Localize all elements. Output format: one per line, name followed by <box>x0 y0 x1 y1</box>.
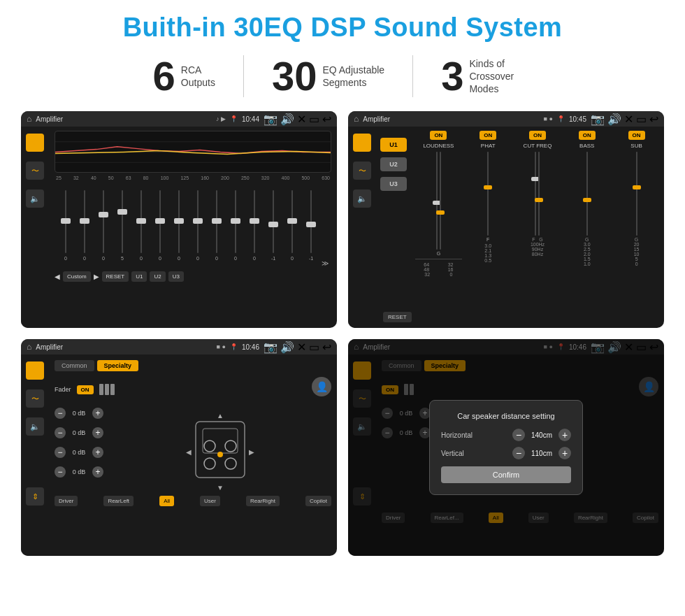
slider-1[interactable]: 0 <box>57 183 74 267</box>
dialog-overlay: Car speaker distance setting Horizontal … <box>348 339 664 556</box>
next-preset-btn[interactable]: ▶ <box>94 273 99 280</box>
cutfreq-on-btn[interactable]: ON <box>529 131 546 140</box>
freq-80: 80 <box>143 176 149 180</box>
expand-icon[interactable]: ≫ <box>322 259 329 267</box>
freq-100: 100 <box>161 176 169 180</box>
home-icon-3[interactable]: ⌂ <box>27 342 31 352</box>
u-buttons-group: U1 U2 U3 <box>376 134 411 328</box>
slider-3[interactable]: 0 <box>95 183 112 267</box>
rearright-btn[interactable]: RearRight <box>246 496 280 506</box>
arrows-icon-3[interactable]: ⇕ <box>26 487 44 506</box>
eq-icon-3[interactable]: ⚙ <box>26 361 44 380</box>
prev-preset-btn[interactable]: ◀ <box>55 273 60 280</box>
horizontal-minus-btn[interactable]: − <box>512 429 525 441</box>
slider-14[interactable]: -1 <box>303 183 319 267</box>
ch3-minus[interactable]: − <box>55 447 66 458</box>
svg-point-8 <box>225 458 236 469</box>
stat-label-rca: RCAOutputs <box>181 64 215 89</box>
speaker-icon-2[interactable]: 🔈 <box>353 189 371 208</box>
minimize-icon-3[interactable]: ▭ <box>309 341 319 354</box>
speaker-icon-3[interactable]: 🔈 <box>26 417 44 436</box>
ch4-plus[interactable]: + <box>92 466 103 478</box>
u3-btn[interactable]: U3 <box>168 271 184 282</box>
sub-label: SUB <box>630 143 642 149</box>
phat-on-btn[interactable]: ON <box>480 131 496 140</box>
reset-btn-label[interactable]: RESET <box>383 312 412 322</box>
vertical-plus-btn[interactable]: + <box>558 447 571 459</box>
eq-icon-2[interactable]: ⚙ <box>353 134 371 152</box>
ch1-minus[interactable]: − <box>55 408 66 419</box>
ch4-minus[interactable]: − <box>55 466 66 478</box>
screen-eq: ⌂ Amplifier ♪ ▶ 📍 10:44 📷 🔊 ✕ ▭ ↩ ⚙ 〜 🔈 <box>21 111 337 328</box>
dialog-title: Car speaker distance setting <box>441 412 571 420</box>
horizontal-plus-btn[interactable]: + <box>558 429 571 441</box>
speaker-icon[interactable]: 🔈 <box>26 189 44 208</box>
slider-6[interactable]: 0 <box>152 183 168 267</box>
slider-7[interactable]: 0 <box>171 183 187 267</box>
wave-icon[interactable]: 〜 <box>26 162 44 180</box>
minimize-icon-2[interactable]: ▭ <box>636 113 647 126</box>
slider-13[interactable]: 0 <box>284 183 301 267</box>
back-icon-2[interactable]: ↩ <box>649 113 658 126</box>
copilot-btn[interactable]: Copilot <box>305 496 331 506</box>
slider-5[interactable]: 0 <box>133 183 150 267</box>
bass-on-btn[interactable]: ON <box>579 131 596 140</box>
slider-2[interactable]: 0 <box>76 183 93 267</box>
all-btn[interactable]: All <box>159 496 174 506</box>
slider-8[interactable]: 0 <box>189 183 206 267</box>
stat-label-crossover: Kinds ofCrossover Modes <box>469 57 532 96</box>
horizontal-label: Horizontal <box>441 431 473 439</box>
sub-on-btn[interactable]: ON <box>628 131 645 140</box>
back-icon-3[interactable]: ↩ <box>322 341 331 354</box>
slider-12[interactable]: -1 <box>265 183 282 267</box>
driver-btn[interactable]: Driver <box>55 496 78 506</box>
rearleft-btn[interactable]: RearLeft <box>103 496 134 506</box>
ch3-plus[interactable]: + <box>92 447 103 458</box>
home-icon[interactable]: ⌂ <box>27 114 31 124</box>
vertical-value: 110cm <box>528 450 556 457</box>
car-diagram: ▲ ▼ ◀ ▶ <box>185 408 255 492</box>
wave-icon-2[interactable]: 〜 <box>353 162 371 180</box>
fader-screen-content: ⚙ 〜 🔈 ⇕ Common Specialty Fader ON <box>21 354 337 556</box>
slider-11[interactable]: 0 <box>246 183 263 267</box>
horizontal-value: 140cm <box>528 431 556 439</box>
screen3-status-icons: 📷 🔊 ✕ ▭ ↩ <box>264 341 331 354</box>
u2-btn[interactable]: U2 <box>150 271 165 282</box>
confirm-button[interactable]: Confirm <box>441 466 571 483</box>
common-tab[interactable]: Common <box>55 360 94 371</box>
ch1-plus[interactable]: + <box>92 408 103 419</box>
ch2-plus[interactable]: + <box>92 427 103 438</box>
close-icon[interactable]: ✕ <box>297 113 306 126</box>
minimize-icon[interactable]: ▭ <box>309 113 319 126</box>
svg-point-5 <box>204 440 215 452</box>
amp-reset-btn[interactable]: RESET <box>383 309 412 322</box>
custom-preset-btn[interactable]: Custom <box>63 271 91 282</box>
ch2-minus[interactable]: − <box>55 427 66 438</box>
close-icon-2[interactable]: ✕ <box>624 113 633 126</box>
user-btn[interactable]: User <box>200 496 220 506</box>
fader-on-btn[interactable]: ON <box>77 385 94 394</box>
u1-btn[interactable]: U1 <box>131 271 147 282</box>
back-icon[interactable]: ↩ <box>322 113 331 126</box>
home-icon-2[interactable]: ⌂ <box>354 114 359 124</box>
u2-select-btn[interactable]: U2 <box>380 157 407 171</box>
reset-btn[interactable]: RESET <box>102 271 129 282</box>
slider-10[interactable]: 0 <box>227 183 244 267</box>
volume-icon-3: 🔊 <box>280 341 294 354</box>
slider-4[interactable]: 5 <box>114 183 131 267</box>
freq-50: 50 <box>108 176 114 180</box>
svg-point-7 <box>204 458 215 469</box>
eq-icon[interactable]: ⚙ <box>26 134 44 152</box>
close-icon-3[interactable]: ✕ <box>297 341 306 354</box>
freq-160: 160 <box>201 176 209 180</box>
slider-9[interactable]: 0 <box>208 183 225 267</box>
u3-select-btn[interactable]: U3 <box>380 177 407 191</box>
vertical-minus-btn[interactable]: − <box>512 447 525 459</box>
specialty-tab[interactable]: Specialty <box>97 360 139 371</box>
wave-icon-3[interactable]: 〜 <box>26 389 44 408</box>
u1-select-btn[interactable]: U1 <box>380 138 407 152</box>
cutfreq-label: CUT FREQ <box>524 143 552 149</box>
screen2-time: 10:45 <box>569 115 586 123</box>
screen1-time: 10:44 <box>242 115 259 123</box>
loudness-on-btn[interactable]: ON <box>430 131 447 140</box>
